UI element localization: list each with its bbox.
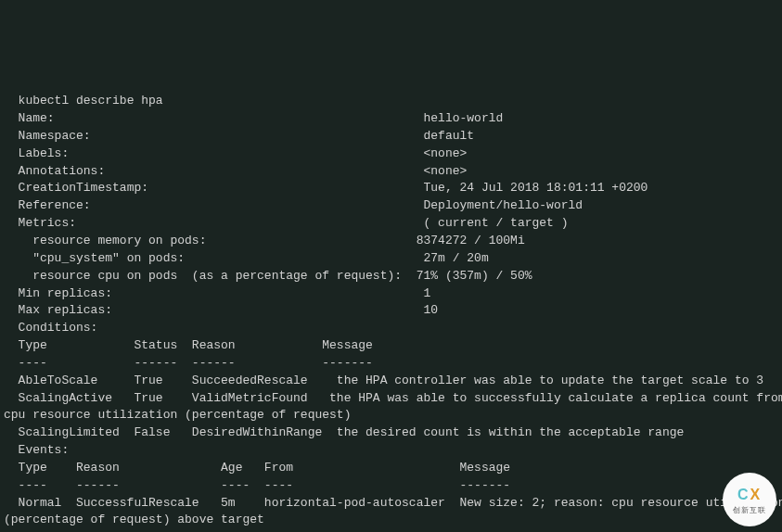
field-row: resource cpu on pods (as a percentage of… (4, 269, 532, 283)
field-row: resource memory on pods: 8374272 / 100Mi (4, 234, 525, 247)
condition-row: ScalingActive True ValidMetricFound the … (4, 391, 782, 405)
watermark-logo: CX 创新互联 (723, 473, 776, 526)
field-row: Max replicas: 10 (4, 303, 438, 317)
terminal-output: kubectl describe hpa Name: hello-world N… (4, 75, 778, 532)
condition-row: AbleToScale True SucceededRescale the HP… (4, 374, 763, 387)
field-row: CreationTimestamp: Tue, 24 Jul 2018 18:0… (4, 181, 647, 195)
conditions-divider: ---- ------ ------ ------- (4, 356, 373, 370)
field-row: Reference: Deployment/hello-world (4, 198, 583, 212)
field-row: Labels: <none> (4, 146, 467, 160)
field-row: Name: hello-world (4, 111, 503, 125)
field-row: Events: (4, 443, 69, 457)
watermark-brand: 创新互联 (733, 505, 766, 516)
watermark-cx: CX (737, 484, 762, 505)
condition-row: ScalingLimited False DesiredWithinRange … (4, 425, 684, 439)
events-divider: ---- ------ ---- ---- ------- (4, 478, 510, 492)
event-row: Normal SuccessfulRescale 5m horizontal-p… (4, 496, 782, 510)
events-header: Type Reason Age From Message (4, 461, 510, 475)
conditions-header: Type Status Reason Message (4, 338, 373, 352)
event-row-cont: (percentage of request) above target (4, 513, 264, 526)
field-row: Metrics: ( current / target ) (4, 216, 569, 230)
field-row: Annotations: <none> (4, 164, 467, 178)
command-line: kubectl describe hpa (4, 94, 163, 108)
field-row: Conditions: (4, 321, 97, 335)
field-row: "cpu_system" on pods: 27m / 20m (4, 251, 489, 265)
condition-row-cont: cpu resource utilization (percentage of … (4, 408, 351, 422)
field-row: Min replicas: 1 (4, 286, 430, 300)
field-row: Namespace: default (4, 129, 474, 143)
